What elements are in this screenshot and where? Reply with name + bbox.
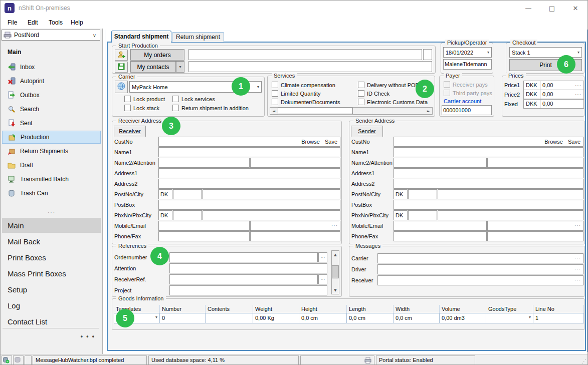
services-hscrollbar[interactable]: ◄ ► [270,107,433,115]
menu-file[interactable]: File [6,18,19,27]
receiver-message-more-button[interactable]: ··· [574,277,581,283]
sidebar-item-autoprint[interactable]: Autoprint [2,75,101,88]
sender-name2-input[interactable] [394,158,487,168]
minimize-button[interactable]: — [517,1,540,16]
driver-message-more-button[interactable]: ··· [574,266,581,272]
receiver-custno-input[interactable]: BrowseSave [158,137,340,147]
sidebar-overflow-button[interactable]: • • • [81,333,95,340]
sidebar-item-production[interactable]: Production [2,131,101,144]
attention-input[interactable] [169,263,327,273]
sender-country-input[interactable]: DK [394,189,408,199]
sidebar-item-sent[interactable]: Sent [2,117,101,130]
receiver-address1-input[interactable] [158,168,340,178]
receiver-attention-input[interactable] [250,158,340,168]
sender-custno-input[interactable]: BrowseSave [394,137,583,147]
profile-selector[interactable]: PostNord ∨ [2,30,100,41]
price1-input[interactable]: 0,00··· [540,81,584,90]
sender-city-input[interactable] [438,189,583,199]
receiver-city-input[interactable] [203,189,340,199]
sidebar-section-main[interactable]: Main [2,218,101,233]
resize-grip[interactable]: ⋰ [581,358,587,364]
carrier-account-link[interactable]: Carrier account [444,98,481,104]
sender-postbox-input[interactable] [394,200,583,210]
receiver-postno-input[interactable] [173,189,202,199]
save-button[interactable] [115,62,128,73]
sidebar-item-return-shipments[interactable]: Return Shipments [2,145,101,158]
driver-message-input[interactable]: ··· [377,264,583,274]
sender-mobile-input[interactable] [394,221,487,231]
sidebar-item-transmitted-batch[interactable]: Transmitted Batch [2,173,101,186]
sidebar-item-draft[interactable]: Draft [2,159,101,172]
height-cell[interactable]: 0,0 cm [299,313,347,323]
price2-more-button[interactable]: ··· [575,92,581,98]
goodstype-combobox[interactable]: ▾ [486,313,533,323]
receiver-postbox-input[interactable] [158,200,340,210]
sidebar-section-contact-list[interactable]: Contact List [2,314,101,329]
receiver-name2-input[interactable] [158,158,250,168]
sender-pbxno-input[interactable] [408,210,437,220]
receiver-pbxcity-input[interactable] [203,210,340,220]
lock-services-checkbox[interactable]: Lock services [172,96,215,102]
receiver-pbxno-input[interactable] [173,210,202,220]
fixed-price-input[interactable]: 0,00 [540,99,584,109]
menu-edit[interactable]: Edit [26,18,40,27]
carrier-lookup-button[interactable] [115,81,128,93]
project-input[interactable] [169,285,327,295]
sidebar-section-print-boxes[interactable]: Print Boxes [2,250,101,265]
sender-email-input[interactable]: ··· [487,221,583,231]
scroll-track[interactable] [332,258,339,286]
references-vscrollbar[interactable]: ▲ ▼ [331,250,339,294]
receiver-save-link[interactable]: Save [325,139,337,145]
sender-address1-input[interactable] [394,168,583,178]
pickup-date-combobox[interactable]: 18/01/2022 ▾ [443,47,492,58]
sidebar-section-mail-back[interactable]: Mail Back [2,234,101,249]
volume-cell[interactable]: 0,00 dm3 [440,313,486,323]
operator-input[interactable]: MaleneTidemann [443,59,492,70]
electronic-customs-data-checkbox[interactable]: Electronic Customs Data [358,99,428,105]
limited-quantity-checkbox[interactable]: Limited Quantity [272,90,320,97]
climate-compensation-checkbox[interactable]: Climate compensation [272,82,335,88]
receiver-email-input[interactable]: ··· [250,221,340,231]
email-more-button[interactable]: ··· [331,223,338,229]
sender-address2-input[interactable] [394,179,583,189]
contact-search-input[interactable] [188,61,432,72]
my-contacts-button[interactable]: My contacts [130,61,176,73]
price2-input[interactable]: 0,00··· [540,90,584,99]
receiverref-input[interactable] [169,274,318,284]
sender-pbxcity-input[interactable] [438,210,583,220]
sender-fax-input[interactable] [487,231,583,241]
menu-help[interactable]: Help [69,18,85,27]
tab-return-shipment[interactable]: Return shipment [172,32,224,42]
my-contacts-dropdown-arrow[interactable]: ▾ [176,61,184,73]
receiver-browse-link[interactable]: Browse [301,139,320,145]
sidebar-item-trash-can[interactable]: Trash Can [2,187,101,200]
receiver-phone-input[interactable] [158,231,250,241]
receiver-name1-input[interactable] [158,147,340,157]
menu-tools[interactable]: Tools [47,18,65,27]
sender-attention-input[interactable] [487,158,583,168]
sidebar-section-mass-print-boxes[interactable]: Mass Print Boxes [2,266,101,281]
receiver-country-input[interactable]: DK [158,189,172,199]
scroll-left-arrow[interactable]: ◄ [270,108,278,114]
ordernumber-input[interactable] [169,252,318,262]
receiver-message-input[interactable]: ··· [377,275,583,285]
sender-phone-input[interactable] [394,231,487,241]
order-search-side-box[interactable] [423,49,432,60]
scroll-up-arrow[interactable]: ▲ [332,251,339,258]
tab-standard-shipment[interactable]: Standard shipment [111,31,171,43]
maximize-button[interactable]: □ [540,1,563,16]
receiver-address2-input[interactable] [158,179,340,189]
sidebar-section-log[interactable]: Log [2,298,101,313]
scroll-down-arrow[interactable]: ▼ [332,286,339,294]
add-contact-button[interactable] [115,50,128,61]
carrier-message-input[interactable]: ··· [377,253,583,263]
email-more-button[interactable]: ··· [574,223,581,229]
close-button[interactable]: ✕ [564,1,587,16]
lock-product-checkbox[interactable]: Lock product [124,96,165,102]
sender-browse-link[interactable]: Browse [544,139,563,145]
lock-stack-checkbox[interactable]: Lock stack [124,105,159,111]
documents-checkbox[interactable]: Dokumenter/Documents [272,99,340,105]
sender-subtab[interactable]: Sender [351,126,383,137]
sender-postno-input[interactable] [408,189,437,199]
receiverref-more-button[interactable]: ··· [318,274,327,284]
